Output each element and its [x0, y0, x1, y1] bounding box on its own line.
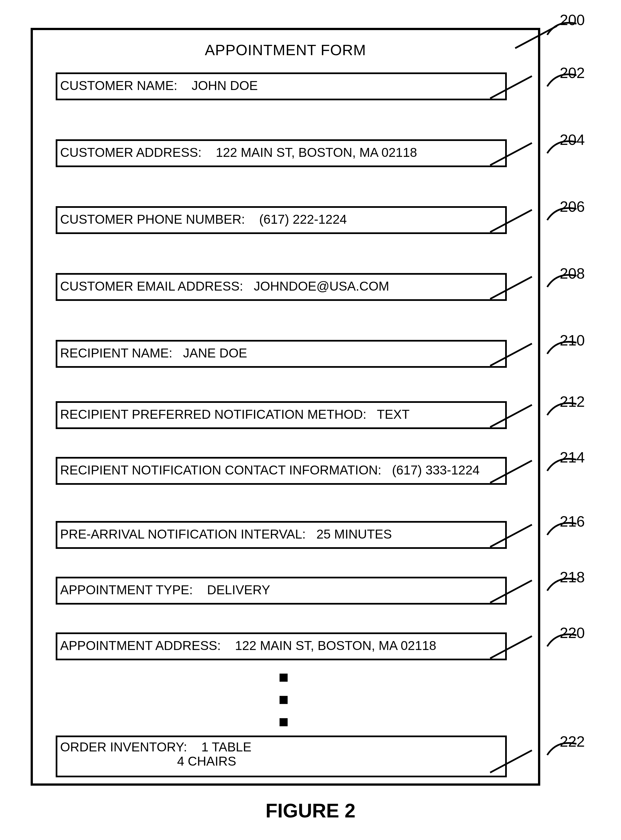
field-label: APPOINTMENT ADDRESS:	[60, 638, 221, 653]
field-value: JOHNDOE@USA.COM	[254, 279, 389, 293]
ellipsis-dot: ■	[279, 713, 288, 730]
field-value: JANE DOE	[183, 346, 247, 360]
ref-212: 212	[560, 393, 585, 410]
ref-214: 214	[560, 449, 585, 466]
ref-204: 204	[560, 131, 585, 148]
inventory-line1: 1 TABLE	[201, 740, 251, 754]
field-label: CUSTOMER EMAIL ADDRESS:	[60, 279, 243, 293]
field-value: (617) 222-1224	[259, 212, 347, 226]
field-label: CUSTOMER NAME:	[60, 78, 177, 93]
ref-220: 220	[560, 624, 585, 641]
ref-222: 222	[560, 733, 585, 750]
field-label: RECIPIENT PREFERRED NOTIFICATION METHOD:	[60, 407, 367, 422]
field-label: RECIPIENT NAME:	[60, 346, 173, 360]
ref-210: 210	[560, 332, 585, 349]
field-value: 25 MINUTES	[317, 527, 392, 541]
field-value: TEXT	[377, 407, 410, 422]
diagram-page: APPOINTMENT FORM 200 CUSTOMER NAME: JOHN…	[0, 0, 621, 840]
field-recipient-notif-method[interactable]: RECIPIENT PREFERRED NOTIFICATION METHOD:…	[56, 401, 507, 429]
field-label: CUSTOMER ADDRESS:	[60, 145, 201, 160]
field-appointment-address[interactable]: APPOINTMENT ADDRESS: 122 MAIN ST, BOSTON…	[56, 632, 507, 660]
ellipsis-dot: ■	[279, 669, 288, 685]
field-customer-address[interactable]: CUSTOMER ADDRESS: 122 MAIN ST, BOSTON, M…	[56, 139, 507, 167]
ref-200: 200	[560, 11, 585, 29]
field-label: APPOINTMENT TYPE:	[60, 582, 193, 597]
field-customer-name[interactable]: CUSTOMER NAME: JOHN DOE	[56, 73, 507, 100]
field-recipient-name[interactable]: RECIPIENT NAME: JANE DOE	[56, 340, 507, 368]
field-label: RECIPIENT NOTIFICATION CONTACT INFORMATI…	[60, 463, 381, 477]
figure-caption: FIGURE 2	[0, 800, 621, 822]
field-value: (617) 333-1224	[392, 463, 480, 477]
ref-206: 206	[560, 198, 585, 215]
field-appointment-type[interactable]: APPOINTMENT TYPE: DELIVERY	[56, 577, 507, 605]
field-customer-email[interactable]: CUSTOMER EMAIL ADDRESS: JOHNDOE@USA.COM	[56, 273, 507, 301]
field-recipient-notif-contact[interactable]: RECIPIENT NOTIFICATION CONTACT INFORMATI…	[56, 457, 507, 485]
ref-202: 202	[560, 64, 585, 81]
ellipsis-dot: ■	[279, 691, 288, 708]
field-label: ORDER INVENTORY:	[60, 740, 187, 754]
field-order-inventory[interactable]: ORDER INVENTORY: 1 TABLE 4 CHAIRS	[56, 735, 507, 777]
field-label: PRE-ARRIVAL NOTIFICATION INTERVAL:	[60, 527, 306, 541]
field-prearrival-interval[interactable]: PRE-ARRIVAL NOTIFICATION INTERVAL: 25 MI…	[56, 521, 507, 549]
ref-216: 216	[560, 512, 585, 530]
form-title: APPOINTMENT FORM	[33, 41, 538, 59]
field-value: 122 MAIN ST, BOSTON, MA 02118	[235, 638, 436, 653]
ref-208: 208	[560, 265, 585, 282]
ref-218: 218	[560, 569, 585, 586]
field-value: JOHN DOE	[192, 78, 258, 93]
field-value: 122 MAIN ST, BOSTON, MA 02118	[216, 145, 417, 160]
field-value: DELIVERY	[207, 582, 270, 597]
field-label: CUSTOMER PHONE NUMBER:	[60, 212, 245, 226]
field-customer-phone[interactable]: CUSTOMER PHONE NUMBER: (617) 222-1224	[56, 206, 507, 234]
inventory-line2: 4 CHAIRS	[60, 754, 500, 769]
